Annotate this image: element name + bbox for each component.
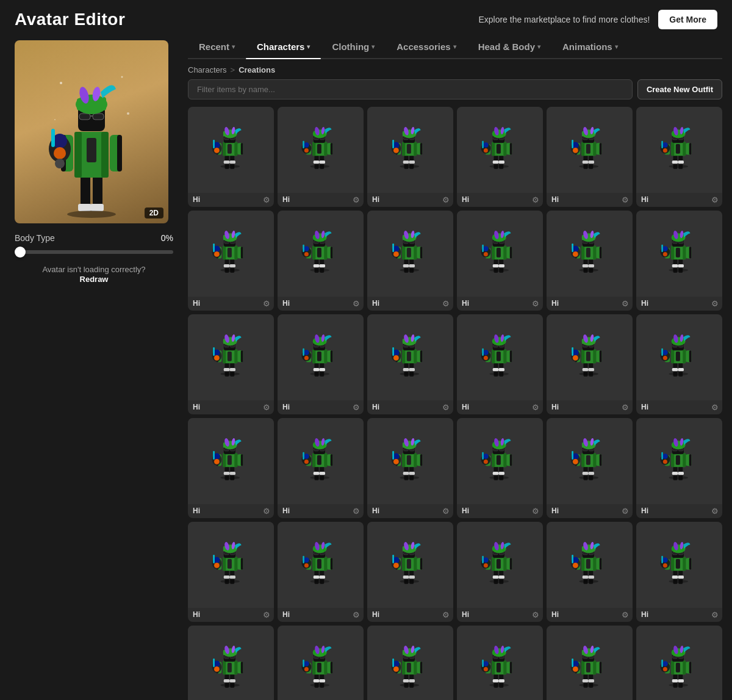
gear-icon[interactable]: ⚙ xyxy=(442,300,450,308)
grid-item[interactable]: Hi ⚙ xyxy=(188,418,274,518)
tab-characters[interactable]: Characters ▾ xyxy=(246,35,321,58)
svg-rect-477 xyxy=(223,453,226,467)
svg-point-569 xyxy=(489,476,509,479)
gear-icon[interactable]: ⚙ xyxy=(532,507,539,515)
grid-item[interactable]: Hi ⚙ xyxy=(278,314,364,414)
grid-item-thumb xyxy=(636,418,722,504)
gear-icon[interactable]: ⚙ xyxy=(263,611,270,619)
grid-item[interactable]: Hi ⚙ xyxy=(188,626,274,700)
grid-item[interactable]: Hi ⚙ xyxy=(636,626,722,700)
grid-item[interactable]: Hi ⚙ xyxy=(457,418,543,518)
grid-item[interactable]: Hi ⚙ xyxy=(367,314,453,414)
grid-item[interactable]: Hi ⚙ xyxy=(636,314,722,414)
grid-item[interactable]: Hi ⚙ xyxy=(636,107,722,207)
grid-item[interactable]: Hi ⚙ xyxy=(547,314,633,414)
grid-item[interactable]: Hi ⚙ xyxy=(547,107,633,207)
gear-icon[interactable]: ⚙ xyxy=(532,196,539,204)
grid-item[interactable]: Hi ⚙ xyxy=(547,211,633,311)
gear-icon[interactable]: ⚙ xyxy=(711,196,719,204)
gear-icon[interactable]: ⚙ xyxy=(711,507,719,515)
gear-icon[interactable]: ⚙ xyxy=(711,300,719,308)
svg-rect-91 xyxy=(420,143,422,154)
gear-icon[interactable]: ⚙ xyxy=(622,403,629,411)
tab-clothing[interactable]: Clothing ▾ xyxy=(321,35,386,58)
gear-icon[interactable]: ⚙ xyxy=(353,611,360,619)
grid-item[interactable]: Hi ⚙ xyxy=(457,314,543,414)
svg-rect-232 xyxy=(402,245,405,259)
grid-item-thumb xyxy=(547,522,633,608)
tab-accessories[interactable]: Accessories ▾ xyxy=(386,35,467,58)
gear-icon[interactable]: ⚙ xyxy=(353,507,360,515)
tab-animations[interactable]: Animations ▾ xyxy=(551,35,629,58)
svg-point-373 xyxy=(310,372,329,375)
gear-icon[interactable]: ⚙ xyxy=(532,611,539,619)
gear-icon[interactable]: ⚙ xyxy=(622,300,629,308)
grid-item-label-row: Hi ⚙ xyxy=(188,297,274,311)
gear-icon[interactable]: ⚙ xyxy=(442,611,450,619)
svg-rect-773 xyxy=(227,662,231,672)
gear-icon[interactable]: ⚙ xyxy=(353,196,360,204)
svg-point-545 xyxy=(400,476,419,479)
gear-icon[interactable]: ⚙ xyxy=(622,196,629,204)
svg-rect-180 xyxy=(223,264,229,267)
grid-item-label-row: Hi ⚙ xyxy=(367,608,453,622)
grid-item[interactable]: Hi ⚙ xyxy=(367,107,453,207)
grid-item[interactable]: Hi ⚙ xyxy=(188,107,274,207)
gear-icon[interactable]: ⚙ xyxy=(263,507,270,515)
gear-icon[interactable]: ⚙ xyxy=(263,403,270,411)
grid-item[interactable]: Hi ⚙ xyxy=(457,107,543,207)
svg-rect-698 xyxy=(492,557,495,571)
grid-item[interactable]: Hi ⚙ xyxy=(547,626,633,700)
grid-item[interactable]: Hi ⚙ xyxy=(278,211,364,311)
grid-item[interactable]: Hi ⚙ xyxy=(457,522,543,622)
gear-icon[interactable]: ⚙ xyxy=(622,611,629,619)
slider-row[interactable] xyxy=(15,250,173,254)
grid-item[interactable]: Hi ⚙ xyxy=(188,522,274,622)
grid-item[interactable]: Hi ⚙ xyxy=(278,107,364,207)
breadcrumb-parent[interactable]: Characters xyxy=(188,65,227,74)
svg-point-765 xyxy=(669,580,688,583)
gear-icon[interactable]: ⚙ xyxy=(622,507,629,515)
grid-item[interactable]: Hi ⚙ xyxy=(367,211,453,311)
get-more-button[interactable]: Get More xyxy=(658,10,717,29)
create-outfit-button[interactable]: Create New Outfit xyxy=(637,79,722,99)
gear-icon[interactable]: ⚙ xyxy=(711,611,719,619)
grid-item[interactable]: Hi ⚙ xyxy=(636,211,722,311)
grid-item[interactable]: Hi ⚙ xyxy=(367,522,453,622)
gear-icon[interactable]: ⚙ xyxy=(442,403,450,411)
gear-icon[interactable]: ⚙ xyxy=(263,196,270,204)
grid-item[interactable]: Hi ⚙ xyxy=(457,211,543,311)
gear-icon[interactable]: ⚙ xyxy=(353,300,360,308)
tab-head-body[interactable]: Head & Body ▾ xyxy=(467,35,551,58)
gear-icon[interactable]: ⚙ xyxy=(532,300,539,308)
slider-track[interactable] xyxy=(15,250,173,254)
grid-item[interactable]: Hi ⚙ xyxy=(457,626,543,700)
slider-thumb[interactable] xyxy=(15,247,26,258)
grid-item[interactable]: Hi ⚙ xyxy=(367,418,453,518)
svg-rect-624 xyxy=(223,557,226,571)
grid-item[interactable]: Hi ⚙ xyxy=(278,418,364,518)
gear-icon[interactable]: ⚙ xyxy=(711,403,719,411)
grid-item[interactable]: Hi ⚙ xyxy=(278,626,364,700)
grid-item[interactable]: Hi ⚙ xyxy=(367,626,453,700)
svg-rect-135 xyxy=(593,142,596,156)
grid-item[interactable]: Hi ⚙ xyxy=(547,522,633,622)
tab-recent[interactable]: Recent ▾ xyxy=(188,35,246,58)
svg-rect-875 xyxy=(599,662,601,673)
filter-input[interactable] xyxy=(188,79,633,99)
gear-icon[interactable]: ⚙ xyxy=(442,507,450,515)
svg-rect-364 xyxy=(303,348,304,355)
gear-icon[interactable]: ⚙ xyxy=(532,403,539,411)
gear-icon[interactable]: ⚙ xyxy=(442,196,450,204)
grid-item[interactable]: Hi ⚙ xyxy=(188,314,274,414)
grid-item[interactable]: Hi ⚙ xyxy=(636,522,722,622)
grid-item[interactable]: Hi ⚙ xyxy=(278,522,364,622)
grid-item[interactable]: Hi ⚙ xyxy=(636,418,722,518)
grid-item[interactable]: Hi ⚙ xyxy=(188,211,274,311)
redraw-link[interactable]: Redraw xyxy=(80,275,109,284)
svg-point-682 xyxy=(393,563,399,568)
gear-icon[interactable]: ⚙ xyxy=(353,403,360,411)
grid-item-name: Hi xyxy=(282,299,290,308)
grid-item[interactable]: Hi ⚙ xyxy=(547,418,633,518)
gear-icon[interactable]: ⚙ xyxy=(263,300,270,308)
